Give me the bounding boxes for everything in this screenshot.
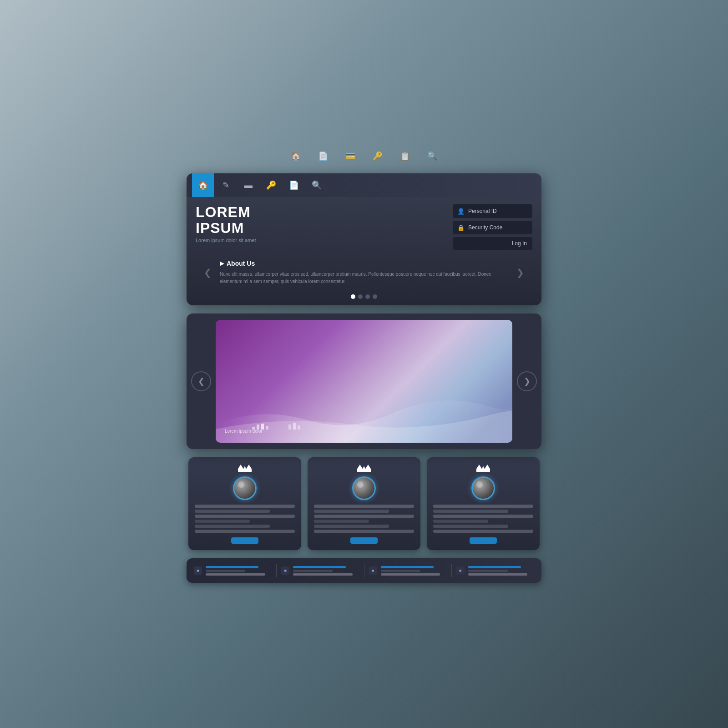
- main-container: 🏠 📄 💳 🔑 📋 🔍 🏠 ✎ ▬ 🔑 📄 🔍 LOREM IPSUM Lore…: [187, 145, 541, 583]
- bar-4b: [468, 570, 508, 572]
- feature-card-2: [308, 457, 420, 550]
- banner-overlay-text: Lorem ipsum dolor: [225, 429, 263, 434]
- top-file-icon: 📋: [398, 149, 412, 163]
- nav-file[interactable]: 📄: [283, 173, 305, 197]
- logo-line1: LOREM: [196, 204, 256, 220]
- text-line: [314, 525, 389, 528]
- bottom-dot-icon-3: ■: [369, 566, 377, 575]
- svg-rect-4: [288, 425, 291, 430]
- text-line: [433, 515, 533, 518]
- text-line: [314, 520, 369, 523]
- feature-row: [187, 457, 541, 550]
- bar-3a: [381, 566, 434, 568]
- feature-card-3: [427, 457, 540, 550]
- nav-bar: 🏠 ✎ ▬ 🔑 📄 🔍: [187, 173, 541, 197]
- svg-rect-3: [266, 426, 268, 430]
- feature-btn-3[interactable]: [470, 537, 497, 544]
- bar-group-4: [468, 566, 534, 576]
- svg-rect-6: [298, 425, 300, 430]
- text-line: [433, 525, 508, 528]
- banner-image: Lorem ipsum dolor: [216, 320, 512, 443]
- lock-icon: 🔒: [457, 224, 465, 231]
- about-title: ▶ About Us: [220, 260, 508, 267]
- banner-outer: ❮: [187, 313, 541, 449]
- header-card: 🏠 ✎ ▬ 🔑 📄 🔍 LOREM IPSUM Lorem ipsum dolo…: [187, 173, 541, 305]
- text-line: [195, 510, 270, 513]
- carousel-dots: [187, 294, 541, 305]
- bar-2a: [293, 566, 346, 568]
- text-line: [314, 515, 414, 518]
- bottom-icons-row: ■ ■ ■ ■: [187, 558, 541, 583]
- dot-2[interactable]: [358, 294, 363, 299]
- feature-btn-1[interactable]: [231, 537, 258, 544]
- login-button[interactable]: Log In: [453, 237, 532, 250]
- bar-2c: [293, 573, 353, 576]
- nav-card[interactable]: ▬: [238, 173, 259, 197]
- bar-1a: [206, 566, 258, 568]
- bottom-dot-icon-1: ■: [194, 566, 202, 575]
- bar-group-3: [381, 566, 447, 576]
- bar-3c: [381, 573, 440, 576]
- text-line: [433, 520, 488, 523]
- login-area: 👤 Personal ID 🔒 Security Code Log In: [453, 204, 532, 250]
- text-line: [433, 505, 533, 508]
- banner-prev-arrow[interactable]: ❮: [191, 371, 211, 391]
- about-title-text: About Us: [227, 260, 255, 267]
- crown-icon-3: [476, 465, 490, 472]
- bottom-icon-item-1: ■: [194, 566, 272, 576]
- about-body: Nunc elit massa, ullamcorper vitae eros …: [220, 271, 508, 285]
- text-line: [195, 525, 270, 528]
- globe-icon-1: [233, 476, 257, 500]
- dot-4[interactable]: [373, 294, 377, 299]
- globe-icon-2: [352, 476, 376, 500]
- about-section: ❮ ▶ About Us Nunc elit massa, ullamcorpe…: [187, 255, 541, 294]
- top-search-icon: 🔍: [425, 149, 440, 163]
- feature-text-2: [314, 505, 414, 533]
- title-arrow-icon: ▶: [220, 260, 224, 267]
- divider-1: [276, 564, 277, 577]
- banner-card: ❮: [187, 313, 541, 449]
- nav-key[interactable]: 🔑: [260, 173, 282, 197]
- text-line: [433, 530, 533, 533]
- top-home-icon: 🏠: [288, 149, 303, 163]
- nav-edit[interactable]: ✎: [215, 173, 237, 197]
- feature-card-1: [188, 457, 301, 550]
- prev-arrow[interactable]: ❮: [200, 265, 215, 280]
- crown-icon-2: [357, 465, 371, 472]
- personal-id-field[interactable]: 👤 Personal ID: [453, 204, 532, 218]
- dot-1[interactable]: [351, 294, 355, 299]
- nav-search[interactable]: 🔍: [306, 173, 328, 197]
- bottom-dot-icon-4: ■: [456, 566, 465, 575]
- banner-next-arrow[interactable]: ❯: [517, 371, 537, 391]
- top-icon-bar: 🏠 📄 💳 🔑 📋 🔍: [187, 145, 541, 165]
- bar-group-1: [206, 566, 272, 576]
- text-line: [314, 505, 414, 508]
- next-arrow[interactable]: ❯: [513, 265, 528, 280]
- bottom-icon-item-4: ■: [456, 566, 534, 576]
- nav-home[interactable]: 🏠: [192, 173, 214, 197]
- security-code-field[interactable]: 🔒 Security Code: [453, 221, 532, 234]
- bottom-icon-item-2: ■: [281, 566, 359, 576]
- text-line: [195, 515, 295, 518]
- bar-2b: [293, 570, 333, 572]
- bar-3b: [381, 570, 420, 572]
- text-line: [195, 520, 250, 523]
- text-line: [314, 530, 414, 533]
- bottom-icon-item-3: ■: [369, 566, 447, 576]
- feature-text-3: [433, 505, 533, 533]
- divider-2: [364, 564, 364, 577]
- logo-line2: IPSUM: [196, 220, 256, 236]
- crown-icon-1: [238, 465, 252, 472]
- text-line: [314, 510, 389, 513]
- bar-1b: [206, 570, 245, 572]
- bar-4c: [468, 573, 528, 576]
- feature-btn-2[interactable]: [350, 537, 378, 544]
- top-key-icon: 🔑: [370, 149, 385, 163]
- bar-1c: [206, 573, 265, 576]
- text-line: [195, 530, 295, 533]
- bar-4a: [468, 566, 521, 568]
- logo-area: LOREM IPSUM Lorem ipsum dolor sit amet: [196, 204, 256, 243]
- text-line: [433, 510, 508, 513]
- about-content: ▶ About Us Nunc elit massa, ullamcorper …: [220, 260, 508, 285]
- dot-3[interactable]: [365, 294, 370, 299]
